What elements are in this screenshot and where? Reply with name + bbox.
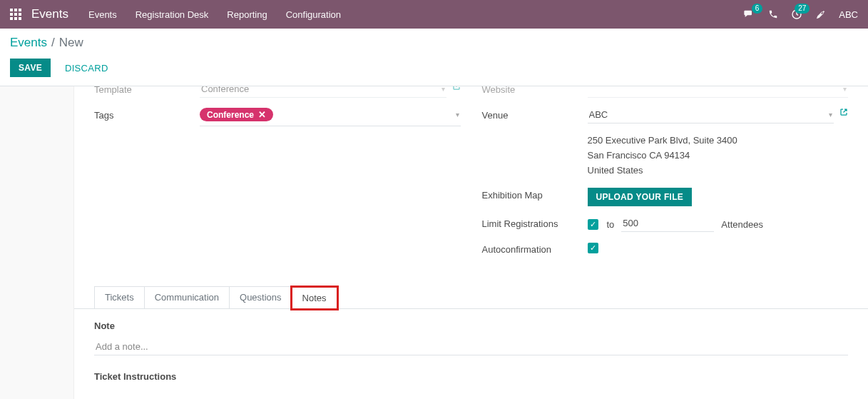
chevron-down-icon: ▾	[456, 111, 459, 118]
user-menu[interactable]: ABC	[839, 9, 858, 20]
venue-label: Venue	[482, 108, 588, 123]
nav-reporting[interactable]: Reporting	[227, 9, 267, 20]
venue-select[interactable]	[588, 108, 834, 123]
remove-tag-icon[interactable]: ✕	[258, 109, 266, 120]
tab-questions[interactable]: Questions	[229, 286, 292, 308]
website-select[interactable]	[588, 86, 849, 98]
venue-address-2: San Francisco CA 94134	[588, 148, 849, 163]
note-heading: Note	[94, 320, 848, 331]
phone-icon[interactable]	[768, 9, 778, 19]
tools-icon[interactable]	[815, 9, 826, 20]
save-button[interactable]: SAVE	[10, 59, 51, 77]
nav-configuration[interactable]: Configuration	[286, 9, 341, 20]
left-gutter	[0, 86, 74, 399]
template-select[interactable]	[200, 86, 446, 98]
ticket-instructions-heading: Ticket Instructions	[94, 371, 848, 382]
activity-badge: 27	[795, 4, 810, 14]
autoconfirm-label: Autoconfirmation	[482, 242, 588, 255]
breadcrumb: Events / New	[10, 36, 858, 50]
limit-value-input[interactable]	[621, 216, 714, 232]
template-label: Template	[94, 86, 200, 98]
tags-label: Tags	[94, 108, 200, 126]
breadcrumb-current: New	[59, 36, 83, 50]
venue-address-3: United States	[588, 163, 849, 178]
note-input[interactable]	[94, 338, 848, 355]
ticket-instructions-input[interactable]	[94, 392, 848, 399]
nav-events[interactable]: Events	[88, 9, 117, 20]
tags-input[interactable]: Conference ✕ ▾	[200, 108, 461, 126]
chat-badge: 6	[752, 4, 763, 14]
limit-to: to	[607, 219, 615, 230]
apps-icon[interactable]	[10, 9, 21, 20]
website-label: Website	[482, 86, 588, 98]
limit-suffix: Attendees	[721, 219, 763, 230]
nav-registration-desk[interactable]: Registration Desk	[136, 9, 209, 20]
breadcrumb-root[interactable]: Events	[10, 36, 47, 50]
nav-links: Events Registration Desk Reporting Confi…	[88, 9, 341, 20]
discard-button[interactable]: DISCARD	[61, 62, 113, 74]
tag-label: Conference	[207, 110, 254, 120]
venue-address-1: 250 Executive Park Blvd, Suite 3400	[588, 133, 849, 148]
limit-checkbox[interactable]: ✓	[588, 219, 598, 230]
autoconfirm-checkbox[interactable]: ✓	[588, 243, 598, 253]
chat-button[interactable]: 6	[742, 9, 755, 20]
tab-tickets[interactable]: Tickets	[94, 286, 145, 308]
limit-label: Limit Registrations	[482, 216, 588, 232]
tab-communication[interactable]: Communication	[144, 286, 230, 308]
external-link-icon[interactable]	[839, 108, 848, 123]
exhibition-label: Exhibition Map	[482, 188, 588, 206]
tab-notes[interactable]: Notes	[292, 287, 337, 309]
activity-button[interactable]: 27	[791, 9, 802, 20]
app-brand: Events	[31, 7, 68, 21]
breadcrumb-sep: /	[51, 36, 55, 50]
upload-file-button[interactable]: UPLOAD YOUR FILE	[588, 188, 693, 206]
tag-conference[interactable]: Conference ✕	[200, 108, 273, 121]
external-link-icon[interactable]	[452, 86, 461, 98]
